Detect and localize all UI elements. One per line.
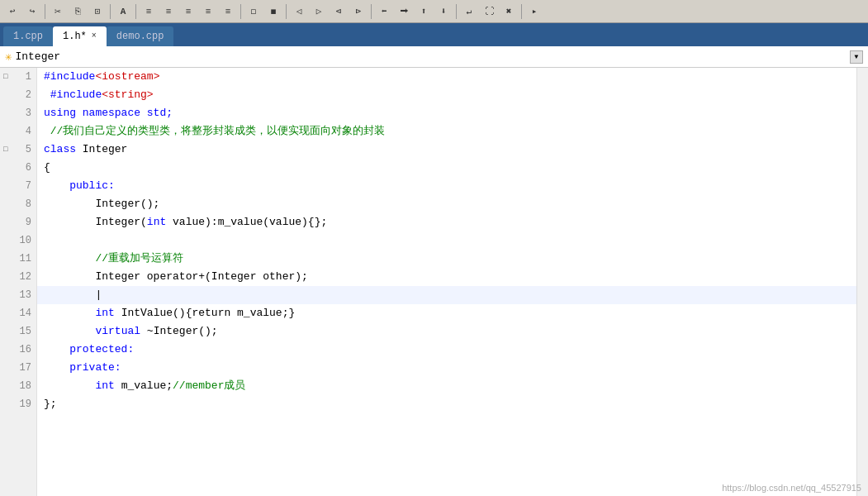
token-2-1: #include xyxy=(44,86,102,104)
line-15-gutter: 15 xyxy=(0,322,36,341)
toolbar-btn-box[interactable]: ◻ xyxy=(244,3,263,20)
line-gutter: □ 1 2 3 4 □ 5 6 7 8 9 10 11 12 13 14 15 … xyxy=(0,68,37,496)
toolbar-btn-grid[interactable]: ⛶ xyxy=(480,3,498,20)
toolbar-btn-fwd[interactable]: ⊳ xyxy=(349,3,368,20)
breadcrumb-icon: ✳ xyxy=(5,50,12,64)
code-line-11[interactable]: //重载加号运算符 xyxy=(37,250,856,268)
code-line-2[interactable]: #include<string> xyxy=(37,86,856,104)
code-line-9[interactable]: Integer(int value):m_value(value){}; xyxy=(37,213,856,231)
toolbar-btn-align3[interactable]: ≡ xyxy=(179,3,197,20)
token-19-1: }; xyxy=(44,395,57,413)
code-line-1[interactable]: #include<iostream> xyxy=(37,68,856,86)
toolbar-btn-paste[interactable]: ⊡ xyxy=(88,3,107,20)
toolbar-btn-bold[interactable]: A xyxy=(114,3,132,20)
code-line-10[interactable] xyxy=(37,231,856,250)
toolbar-btn-right[interactable]: ⮕ xyxy=(395,3,413,20)
code-line-5[interactable]: class Integer xyxy=(37,141,856,159)
code-line-14[interactable]: int IntValue(){return m_value;} xyxy=(37,304,856,322)
code-line-3[interactable]: using namespace std; xyxy=(37,104,856,122)
linenum-17: 17 xyxy=(20,362,31,374)
line-5-gutter: □ 5 xyxy=(0,141,36,159)
toolbar-btn-left[interactable]: ⬅ xyxy=(375,3,393,20)
token-6-1: { xyxy=(44,159,50,177)
toolbar-btn-copy[interactable]: ⎘ xyxy=(69,3,87,20)
toolbar: ↩ ↪ ✂ ⎘ ⊡ A ≡ ≡ ≡ ≡ ≡ ◻ ◼ ◁ ▷ ⊲ ⊳ ⬅ ⮕ ⬆ … xyxy=(0,0,868,23)
toolbar-btn-cut[interactable]: ✂ xyxy=(49,3,67,20)
token-14-3: IntValue(){return m_value;} xyxy=(115,304,295,322)
line-3-gutter: 3 xyxy=(0,104,36,122)
toolbar-btn-close[interactable]: ✖ xyxy=(500,3,518,20)
line-2-gutter: 2 xyxy=(0,86,36,104)
linenum-2: 2 xyxy=(26,89,31,101)
line-7-gutter: 7 xyxy=(0,177,36,195)
code-line-8[interactable]: Integer(); xyxy=(37,195,856,213)
token-13-1: | xyxy=(44,286,102,304)
token-2-2: <string> xyxy=(102,86,153,104)
line-18-gutter: 18 xyxy=(0,377,36,395)
token-14-2: int xyxy=(95,304,114,322)
tab-1cpp[interactable]: 1.cpp xyxy=(3,26,53,46)
toolbar-btn-next[interactable]: ▷ xyxy=(310,3,328,20)
linenum-9: 9 xyxy=(26,217,31,228)
code-line-15[interactable]: virtual ~Integer(); xyxy=(37,322,856,341)
token-16-1: protected: xyxy=(44,341,134,359)
toolbar-btn-align1[interactable]: ≡ xyxy=(140,3,158,20)
token-18-2: int xyxy=(95,377,114,395)
editor: □ 1 2 3 4 □ 5 6 7 8 9 10 11 12 13 14 15 … xyxy=(0,68,868,496)
code-line-7[interactable]: public: xyxy=(37,177,856,195)
toolbar-btn-back[interactable]: ⊲ xyxy=(330,3,348,20)
toolbar-sep-7 xyxy=(456,4,457,19)
linenum-1: 1 xyxy=(26,71,31,83)
linenum-10: 10 xyxy=(20,235,31,246)
vertical-scrollbar[interactable] xyxy=(856,68,868,496)
toolbar-btn-prev[interactable]: ◁ xyxy=(290,3,308,20)
code-line-4[interactable]: //我们自己定义的类型类，将整形封装成类，以便实现面向对象的封装 xyxy=(37,122,856,141)
code-line-17[interactable]: private: xyxy=(37,359,856,377)
tab-democpp[interactable]: demo.cpp xyxy=(107,26,174,46)
code-line-6[interactable]: { xyxy=(37,159,856,177)
code-line-19[interactable]: }; xyxy=(37,395,856,413)
linenum-11: 11 xyxy=(20,253,31,265)
linenum-6: 6 xyxy=(26,162,31,174)
token-14-1 xyxy=(44,304,95,322)
toolbar-btn-2[interactable]: ↪ xyxy=(23,3,41,20)
toolbar-sep-3 xyxy=(135,4,136,19)
fold-1[interactable]: □ xyxy=(3,73,7,81)
toolbar-btn-1[interactable]: ↩ xyxy=(3,3,21,20)
line-12-gutter: 12 xyxy=(0,268,36,286)
toolbar-btn-return[interactable]: ↵ xyxy=(460,3,478,20)
tab-close-1h[interactable]: × xyxy=(92,32,97,41)
line-16-gutter: 16 xyxy=(0,341,36,359)
toolbar-btn-align5[interactable]: ≡ xyxy=(219,3,237,20)
code-line-16[interactable]: protected: xyxy=(37,341,856,359)
linenum-7: 7 xyxy=(26,180,31,192)
toolbar-btn-solid[interactable]: ◼ xyxy=(264,3,282,20)
code-area[interactable]: #include<iostream> #include<string> usin… xyxy=(37,68,856,496)
toolbar-sep-4 xyxy=(240,4,241,19)
tab-1h[interactable]: 1.h* × xyxy=(53,26,107,46)
linenum-19: 19 xyxy=(20,398,31,410)
token-7-1: public: xyxy=(44,177,115,195)
fold-5[interactable]: □ xyxy=(3,145,7,154)
token-4-1: //我们自己定义的类型类，将整形封装成类，以便实现面向对象的封装 xyxy=(44,122,385,141)
toolbar-sep-8 xyxy=(521,4,522,19)
toolbar-btn-align4[interactable]: ≡ xyxy=(199,3,217,20)
token-9-1: Integer( xyxy=(44,213,147,231)
code-line-13[interactable]: | xyxy=(37,286,856,304)
toolbar-btn-align2[interactable]: ≡ xyxy=(159,3,178,20)
toolbar-btn-up[interactable]: ⬆ xyxy=(415,3,433,20)
toolbar-btn-down[interactable]: ⬇ xyxy=(434,3,453,20)
code-line-12[interactable]: Integer operator+(Integer other); xyxy=(37,268,856,286)
token-18-3: m_value; xyxy=(115,377,173,395)
token-8-1: Integer(); xyxy=(44,195,159,213)
line-6-gutter: 6 xyxy=(0,159,36,177)
breadcrumb-dropdown[interactable]: ▼ xyxy=(850,50,863,64)
code-line-18[interactable]: int m_value;//member成员 xyxy=(37,377,856,395)
toolbar-btn-play[interactable]: ▸ xyxy=(525,3,543,20)
line-4-gutter: 4 xyxy=(0,122,36,141)
token-18-4: //member成员 xyxy=(173,377,245,395)
breadcrumb-text: Integer xyxy=(15,50,847,63)
token-5-2: Integer xyxy=(83,141,128,159)
token-17-1: private: xyxy=(44,359,121,377)
token-3-1: using namespace std; xyxy=(44,104,173,122)
